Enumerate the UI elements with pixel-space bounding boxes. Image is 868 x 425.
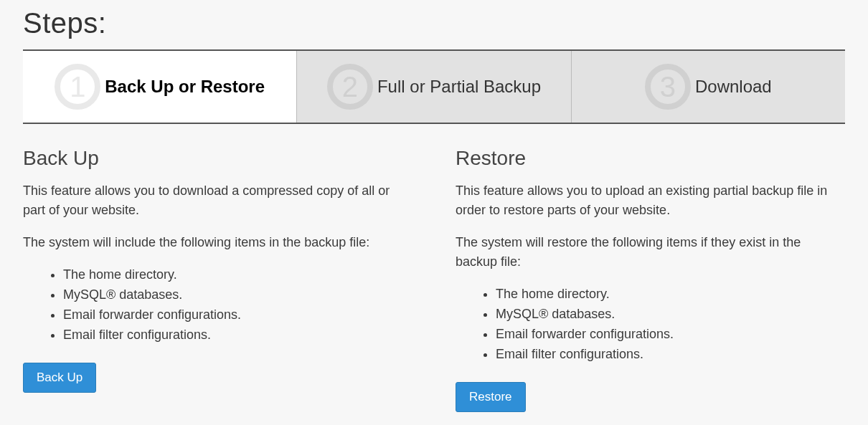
step-3-number-icon: 3: [645, 64, 691, 110]
restore-title: Restore: [456, 147, 845, 170]
step-2-number-icon: 2: [327, 64, 373, 110]
step-2-label: Full or Partial Backup: [377, 77, 541, 97]
steps-bar: 1 Back Up or Restore 2 Full or Partial B…: [23, 49, 845, 124]
list-item: Email forwarder configurations.: [496, 325, 845, 345]
steps-heading: Steps:: [23, 7, 845, 39]
restore-item-list: The home directory. MySQL® databases. Em…: [456, 285, 845, 365]
step-1-tab[interactable]: 1 Back Up or Restore: [23, 51, 297, 123]
backup-column: Back Up This feature allows you to downl…: [23, 147, 412, 412]
step-1-label: Back Up or Restore: [105, 77, 265, 97]
restore-desc-2: The system will restore the following it…: [456, 233, 845, 272]
list-item: MySQL® databases.: [496, 305, 845, 325]
backup-item-list: The home directory. MySQL® databases. Em…: [23, 265, 412, 345]
list-item: The home directory.: [496, 285, 845, 305]
step-3-tab[interactable]: 3 Download: [572, 51, 845, 123]
backup-desc-1: This feature allows you to download a co…: [23, 181, 412, 220]
list-item: Email filter configurations.: [63, 325, 412, 345]
step-1-number-icon: 1: [55, 64, 100, 110]
list-item: The home directory.: [63, 265, 412, 285]
content-row: Back Up This feature allows you to downl…: [23, 147, 845, 412]
list-item: Email filter configurations.: [496, 345, 845, 365]
restore-column: Restore This feature allows you to uploa…: [456, 147, 845, 412]
restore-desc-1: This feature allows you to upload an exi…: [456, 181, 845, 220]
backup-desc-2: The system will include the following it…: [23, 233, 412, 252]
restore-button[interactable]: Restore: [456, 382, 526, 412]
step-2-tab[interactable]: 2 Full or Partial Backup: [297, 51, 571, 123]
list-item: MySQL® databases.: [63, 285, 412, 305]
backup-button[interactable]: Back Up: [23, 363, 96, 393]
backup-title: Back Up: [23, 147, 412, 170]
step-3-label: Download: [695, 77, 772, 97]
list-item: Email forwarder configurations.: [63, 305, 412, 325]
